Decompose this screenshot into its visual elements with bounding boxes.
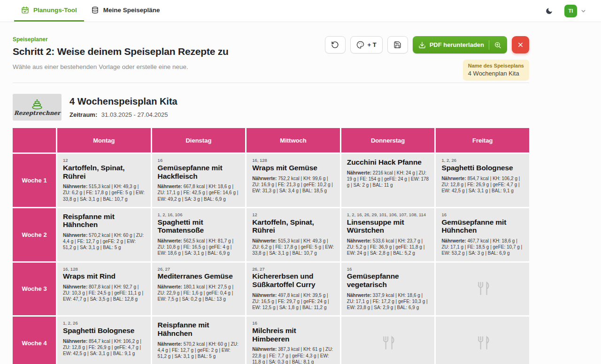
recipe-cell-w3-mittwoch[interactable]: 26, 27 Kichererbsen und Süßkartoffel Cur… bbox=[247, 263, 340, 316]
day-header-mittwoch: Mittwoch bbox=[247, 128, 340, 152]
recipe-title: Wraps mit Rind bbox=[63, 272, 145, 281]
top-nav: Planungs-Tool Meine Speisepläne TI bbox=[0, 0, 601, 22]
save-button[interactable] bbox=[387, 36, 408, 53]
tab-label-planungs: Planungs-Tool bbox=[33, 7, 77, 14]
recipe-nutrition: Nährwerte: 562,5 kcal | KH: 81,7 g | ZU:… bbox=[158, 238, 240, 257]
design-text-button[interactable]: + T bbox=[350, 36, 383, 53]
chevron-down-icon bbox=[581, 8, 586, 14]
download-icon bbox=[418, 41, 426, 49]
recipe-cell-w1-dienstag[interactable]: 16 Gemüsepfanne mit Hackfleisch Nährwert… bbox=[152, 154, 246, 207]
empty-cell-w4-donnerstag[interactable] bbox=[341, 317, 435, 364]
recipe-title: Spaghetti Bolognese bbox=[441, 164, 524, 172]
recipe-tags: 16 bbox=[158, 158, 240, 163]
recipe-title: Reispfanne mit Hähnchen bbox=[63, 212, 145, 229]
recipe-cell-w4-dienstag[interactable]: Reispfanne mit Hähnchen Nährwerte: 570,2… bbox=[152, 317, 246, 364]
plan-name-label: Name des Speiseplans bbox=[468, 63, 524, 68]
recipe-tags: 16, 128 bbox=[252, 158, 334, 163]
brand-logo-text: Rezeptrechner bbox=[14, 110, 61, 116]
recipe-tags: 12 bbox=[63, 158, 145, 163]
cutlery-icon bbox=[379, 335, 397, 350]
empty-cell-w3-freitag[interactable] bbox=[436, 263, 529, 316]
nutrition-label: Nährwerte: bbox=[158, 341, 182, 347]
recipe-cell-w2-mittwoch[interactable]: 12 Kartoffeln, Spinat, Rührei Nährwerte:… bbox=[247, 208, 340, 261]
recipe-title: Gemüsepfanne mit Hackfleisch bbox=[158, 164, 240, 180]
dark-mode-toggle[interactable] bbox=[545, 7, 553, 15]
rezeptrechner-logo-icon bbox=[30, 99, 44, 110]
undo-icon bbox=[331, 41, 339, 49]
zoom-in-icon[interactable] bbox=[494, 41, 501, 49]
close-button[interactable] bbox=[512, 36, 529, 53]
save-icon bbox=[393, 41, 401, 49]
tab-label-speiseplaene: Meine Speisepläne bbox=[103, 7, 160, 14]
brand-logo: Rezeptrechner bbox=[13, 94, 62, 121]
toolbar: + T PDF herunterladen bbox=[325, 36, 529, 53]
recipe-nutrition: Nährwerte: 533,6 kcal | KH: 23,7 g | ZU:… bbox=[347, 238, 429, 257]
period-value: 31.03.2025 - 27.04.2025 bbox=[101, 111, 168, 118]
recipe-cell-w3-montag[interactable]: 16, 128 Wraps mit Rind Nährwerte: 807,8 … bbox=[57, 263, 151, 316]
recipe-title: Spaghetti mit Tomatensoße bbox=[158, 218, 240, 235]
recipe-cell-w4-montag[interactable]: 1, 2, 26 Spaghetti Bolognese Nährwerte: … bbox=[57, 317, 151, 364]
recipe-cell-w2-montag[interactable]: Reispfanne mit Hähnchen Nährwerte: 570,2… bbox=[57, 208, 151, 261]
recipe-tags: 26, 27 bbox=[252, 266, 334, 272]
nutrition-label: Nährwerte: bbox=[158, 184, 182, 189]
nutrition-label: Nährwerte: bbox=[158, 238, 182, 243]
recipe-nutrition: Nährwerte: 570,2 kcal | KH: 60 g | ZU: 4… bbox=[158, 341, 240, 360]
plan-title-block: 4 Wochenspeisplan Kita Zeitraum: 31.03.2… bbox=[69, 96, 177, 118]
nutrition-label: Nährwerte: bbox=[158, 284, 182, 289]
stack-icon bbox=[91, 6, 99, 14]
design-text-label: + T bbox=[368, 41, 377, 48]
recipe-title: Mediterranes Gemüse bbox=[158, 272, 240, 281]
nutrition-label: Nährwerte: bbox=[347, 293, 371, 298]
recipe-nutrition: Nährwerte: 570,2 kcal | KH: 60 g | ZU: 4… bbox=[63, 232, 145, 251]
recipe-tags: 1, 2, 26 bbox=[441, 158, 524, 163]
recipe-nutrition: Nährwerte: 515,3 kcal | KH: 49,3 g | ZU:… bbox=[252, 238, 334, 257]
recipe-tags: 1, 2, 26 bbox=[63, 320, 145, 326]
pdf-download-button[interactable]: PDF herunterladen bbox=[413, 36, 507, 53]
recipe-title: Gemüsepfanne mit Hühnchen bbox=[441, 218, 524, 235]
recipe-cell-w1-mittwoch[interactable]: 16, 128 Wraps mit Gemüse Nährwerte: 752,… bbox=[247, 154, 340, 207]
tab-meine-speiseplaene[interactable]: Meine Speisepläne bbox=[84, 0, 167, 22]
recipe-tags: 1, 2, 16, 26, 29, 101, 106, 107, 108, 11… bbox=[347, 212, 429, 218]
tab-planungs-tool[interactable]: Planungs-Tool bbox=[14, 0, 84, 22]
recipe-nutrition: Nährwerte: 752,2 kcal | KH: 99,6 g | ZU:… bbox=[252, 175, 334, 194]
recipe-nutrition: Nährwerte: 467,7 kcal | KH: 18,6 g | ZU:… bbox=[441, 238, 524, 257]
recipe-title: Wraps mit Gemüse bbox=[252, 164, 334, 172]
recipe-cell-w2-freitag[interactable]: 16 Gemüsepfanne mit Hühnchen Nährwerte: … bbox=[436, 208, 529, 261]
day-header-dienstag: Dienstag bbox=[152, 128, 246, 152]
main-content: Speiseplaner Schritt 2: Weise deinem Spe… bbox=[13, 22, 529, 364]
account-menu[interactable]: TI bbox=[564, 5, 586, 17]
recipe-cell-w2-dienstag[interactable]: 1, 2, 16, 106 Spaghetti mit Tomatensoße … bbox=[152, 208, 246, 261]
recipe-nutrition: Nährwerte: 2216 kcal | KH: 24 g | ZU: 19… bbox=[347, 170, 429, 189]
table-corner bbox=[13, 128, 56, 152]
empty-cell-w4-freitag[interactable] bbox=[436, 317, 529, 364]
recipe-nutrition: Nährwerte: 667,8 kcal | KH: 18,6 g | ZU:… bbox=[158, 183, 240, 202]
recipe-title: Zucchini Hack Pfanne bbox=[347, 158, 429, 167]
recipe-cell-w2-donnerstag[interactable]: 1, 2, 16, 26, 29, 101, 106, 107, 108, 11… bbox=[341, 208, 435, 261]
recipe-tags: 26, 27 bbox=[158, 266, 240, 272]
week-label-1: Woche 1 bbox=[13, 154, 56, 207]
recipe-cell-w3-dienstag[interactable]: 26, 27 Mediterranes Gemüse Nährwerte: 18… bbox=[152, 263, 246, 316]
meal-plan-table: Montag Dienstag Mittwoch Donnerstag Frei… bbox=[13, 128, 529, 364]
recipe-cell-w4-mittwoch[interactable]: 16 Milchreis mit Himbeeren Nährwerte: 38… bbox=[247, 317, 340, 364]
day-header-freitag: Freitag bbox=[436, 128, 529, 152]
recipe-title: Linsensuppe mit Würstchen bbox=[347, 218, 429, 235]
calendar-icon bbox=[21, 6, 29, 14]
cutlery-icon bbox=[474, 281, 492, 296]
period-label: Zeitraum: bbox=[69, 111, 97, 118]
recipe-cell-w1-montag[interactable]: 12 Kartoffeln, Spinat, Rührei Nährwerte:… bbox=[57, 154, 151, 207]
recipe-cell-w1-freitag[interactable]: 1, 2, 26 Spaghetti Bolognese Nährwerte: … bbox=[436, 154, 529, 207]
undo-button[interactable] bbox=[325, 36, 346, 53]
nutrition-label: Nährwerte: bbox=[252, 238, 277, 243]
moon-icon bbox=[545, 7, 553, 15]
recipe-cell-w3-donnerstag[interactable]: 16 Gemüsepfanne vegetarisch Nährwerte: 3… bbox=[341, 263, 435, 316]
recipe-title: Spaghetti Bolognese bbox=[63, 326, 145, 335]
recipe-title: Kartoffeln, Spinat, Rührei bbox=[252, 218, 334, 235]
nutrition-label: Nährwerte: bbox=[63, 284, 87, 289]
page-header: Speiseplaner Schritt 2: Weise deinem Spe… bbox=[13, 22, 529, 83]
recipe-nutrition: Nährwerte: 497,8 kcal | KH: 39,5 g | ZU:… bbox=[252, 292, 334, 311]
recipe-title: Kartoffeln, Spinat, Rührei bbox=[63, 164, 145, 180]
recipe-cell-w1-donnerstag[interactable]: Zucchini Hack Pfanne Nährwerte: 2216 kca… bbox=[341, 154, 435, 207]
nutrition-label: Nährwerte: bbox=[347, 238, 371, 243]
button-divider bbox=[489, 40, 489, 50]
avatar[interactable]: TI bbox=[564, 5, 577, 17]
